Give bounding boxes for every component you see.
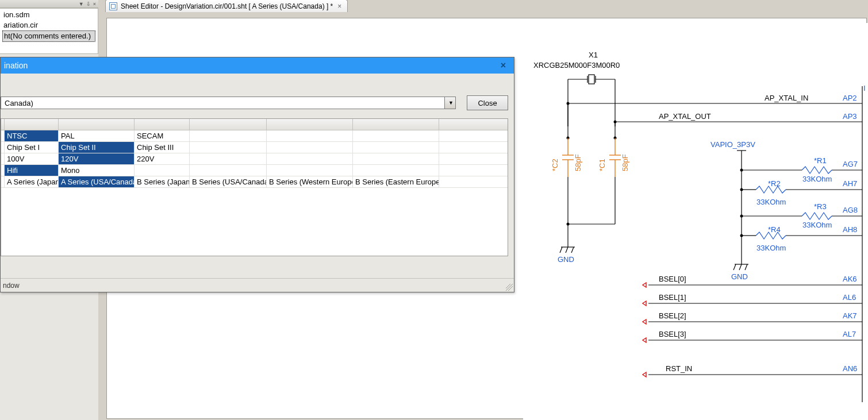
svg-point-34 — [740, 188, 743, 191]
grid-row[interactable]: NTSCPALSECAM — [1, 130, 508, 142]
grid-cell[interactable]: A Series (USA/Canada) — [59, 176, 135, 187]
document-tab-title: Sheet Editor - DesignVariation.cir/001.s… — [121, 2, 333, 10]
pin-ag7: AG7 — [843, 160, 858, 168]
grid-row[interactable]: Chip Set IChip Set IIChip Set III — [1, 142, 508, 153]
grid-header-row — [1, 119, 508, 130]
grid-cell[interactable] — [190, 130, 267, 141]
grid-column-header[interactable] — [135, 119, 190, 130]
svg-point-31 — [740, 169, 743, 172]
grid-cell[interactable]: B Series (Japan) — [135, 176, 190, 187]
rst-group: RST_IN AN6 — [643, 364, 862, 377]
power-vapio: VAPIO_3P3V — [710, 140, 755, 149]
dialog-close-icon[interactable]: × — [497, 60, 509, 71]
refdes-c1: *C1 — [598, 159, 606, 171]
grid-cell[interactable] — [190, 165, 267, 176]
close-tab-icon[interactable]: × — [336, 2, 343, 10]
pin-ilabel: I — [863, 84, 866, 93]
partnum-x1: XRCGB25M000F3M00R0 — [533, 61, 620, 70]
document-tab[interactable]: Sheet Editor - DesignVariation.cir/001.s… — [105, 0, 348, 12]
grid-cell[interactable]: B Series (USA/Canada) — [190, 176, 267, 187]
grid-cell[interactable]: B Series (Western Europe) — [267, 176, 353, 187]
project-tree[interactable]: ion.sdm ariation.cir ht(No comments ente… — [0, 8, 98, 54]
grid-cell[interactable]: PAL — [59, 130, 135, 141]
value-c2: 58pF — [574, 154, 582, 171]
grid-cell[interactable]: 100V — [5, 153, 59, 164]
gnd-label-right: GND — [731, 272, 748, 281]
value-r1: 33KOhm — [802, 175, 832, 183]
grid-cell[interactable] — [353, 165, 439, 176]
tree-item-selected[interactable]: ht(No comments entered.) — [2, 30, 95, 42]
close-button[interactable]: Close — [467, 95, 508, 110]
schematic-view[interactable]: .wire { stroke:#000; stroke-width:1.2; f… — [523, 23, 868, 420]
grid-cell[interactable]: A Series (Japan) — [5, 176, 59, 187]
netlabel-apxtalout: AP_XTAL_OUT — [659, 112, 711, 121]
grid-row[interactable]: 100V120V220V — [1, 153, 508, 165]
tree-item[interactable]: ariation.cir — [2, 20, 95, 30]
grid-column-header[interactable] — [59, 119, 135, 130]
grid-column-header[interactable] — [5, 119, 59, 130]
svg-line-26 — [571, 247, 574, 253]
grid-cell[interactable] — [135, 165, 190, 176]
netlabel-rstin: RST_IN — [666, 364, 692, 373]
netlabel-bsel1: BSEL[1] — [659, 293, 686, 302]
svg-line-42 — [733, 264, 736, 270]
variation-combo[interactable]: ▼ — [1, 97, 456, 109]
pin-ah8: AH8 — [843, 225, 857, 234]
svg-line-43 — [739, 264, 742, 270]
panel-close-icon[interactable]: × — [93, 1, 96, 7]
grid-cell[interactable] — [353, 153, 439, 164]
pin-an6: AN6 — [843, 364, 857, 373]
variation-grid[interactable]: NTSCPALSECAMChip Set IChip Set IIChip Se… — [1, 118, 508, 256]
grid-cell[interactable] — [353, 142, 439, 153]
pin-al6: AL6 — [843, 293, 856, 302]
refdes-c2: *C2 — [551, 159, 559, 171]
dialog-titlebar[interactable]: ination × — [1, 57, 514, 74]
svg-point-37 — [740, 215, 743, 218]
tree-item[interactable]: ion.sdm — [2, 10, 95, 20]
grid-cell[interactable]: NTSC — [5, 130, 59, 141]
grid-cell[interactable] — [190, 153, 267, 164]
grid-cell[interactable]: 220V — [135, 153, 190, 164]
grid-column-header[interactable] — [190, 119, 267, 130]
dialog-status-text: ndow — [3, 282, 20, 290]
grid-row[interactable]: HifiMono — [1, 165, 508, 176]
bsel-group: BSEL[0] AK6 BSEL[1] AL6 BSEL[2] AK7 BSEL… — [643, 275, 862, 342]
svg-point-40 — [740, 234, 743, 237]
variation-combo-input[interactable] — [1, 97, 444, 109]
grid-cell[interactable] — [267, 142, 353, 153]
grid-column-header[interactable] — [353, 119, 439, 130]
pin-ak6: AK6 — [843, 275, 857, 283]
svg-line-25 — [566, 247, 568, 253]
grid-cell[interactable]: Hifi — [5, 165, 59, 176]
grid-column-header[interactable] — [267, 119, 353, 130]
panel-pin-icon[interactable]: ⇩ — [86, 1, 91, 7]
value-r2: 33KOhm — [756, 198, 786, 206]
grid-cell[interactable] — [267, 153, 353, 164]
gnd-symbol-left — [560, 247, 575, 253]
grid-cell[interactable]: SECAM — [135, 130, 190, 141]
grid-cell[interactable]: 120V — [59, 153, 135, 164]
document-tabstrip: Sheet Editor - DesignVariation.cir/001.s… — [103, 0, 868, 14]
refdes-x1: X1 — [589, 51, 598, 59]
gnd-label-left: GND — [558, 255, 574, 264]
grid-cell[interactable]: Chip Set I — [5, 142, 59, 153]
dialog-title-text: ination — [4, 61, 28, 70]
pin-ag8: AG8 — [843, 206, 858, 214]
grid-cell[interactable] — [190, 142, 267, 153]
grid-cell[interactable] — [267, 165, 353, 176]
grid-cell[interactable]: Chip Set III — [135, 142, 190, 153]
svg-line-24 — [560, 247, 562, 253]
grid-cell[interactable]: Chip Set II — [59, 142, 135, 153]
variation-combo-drop-icon[interactable]: ▼ — [444, 97, 456, 109]
grid-cell[interactable] — [353, 130, 439, 141]
panel-header: ▼ ⇩ × — [0, 0, 98, 8]
pin-al7: AL7 — [843, 330, 856, 338]
grid-cell[interactable]: B Series (Eastern Europe) — [353, 176, 439, 187]
grid-cell[interactable] — [267, 130, 353, 141]
netlabel-bsel3: BSEL[3] — [659, 330, 686, 338]
grid-cell[interactable]: Mono — [59, 165, 135, 176]
value-r4: 33KOhm — [756, 244, 786, 252]
grid-row[interactable]: A Series (Japan)A Series (USA/Canada)B S… — [1, 176, 508, 188]
panel-menu-icon[interactable]: ▼ — [79, 1, 84, 7]
refdes-r4: *R4 — [768, 225, 781, 234]
